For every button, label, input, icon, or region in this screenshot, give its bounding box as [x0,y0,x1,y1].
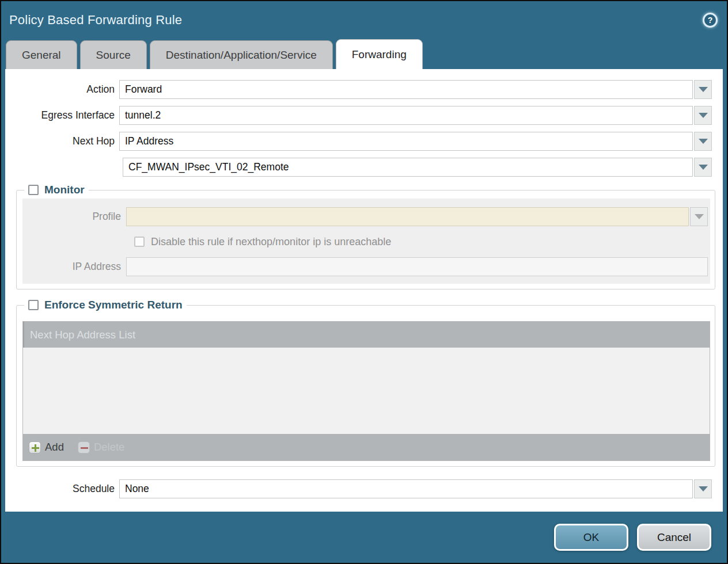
egress-interface-dropdown-button[interactable] [694,106,712,125]
monitor-checkbox[interactable] [28,185,39,195]
disable-rule-label: Disable this rule if nexthop/monitor ip … [151,236,391,248]
monitor-profile-dropdown-button [690,207,708,226]
dialog-title: Policy Based Forwarding Rule [9,13,182,28]
action-value[interactable]: Forward [119,80,693,99]
next-hop-address-value[interactable]: CF_MWAN_IPsec_VTI_02_Remote [123,158,693,177]
next-hop-address-dropdown-button[interactable] [694,158,712,177]
monitor-ip-address-row: IP Address [22,257,710,276]
next-hop-type-dropdown[interactable]: IP Address [119,132,712,151]
enforce-symmetric-return-legend-label: Enforce Symmetric Return [44,299,183,311]
egress-interface-value[interactable]: tunnel.2 [119,106,693,125]
enforce-symmetric-return-section: Enforce Symmetric Return Next Hop Addres… [16,299,715,467]
next-hop-address-table-toolbar: Add Delete [23,434,710,460]
egress-interface-label: Egress Interface [5,109,119,121]
tab-bar: General Source Destination/Application/S… [1,39,727,69]
action-dropdown[interactable]: Forward [119,80,712,99]
add-button[interactable]: Add [29,441,64,454]
next-hop-address-row: CF_MWAN_IPsec_VTI_02_Remote [5,158,723,177]
next-hop-address-table: Next Hop Address List Add Delete [22,321,710,461]
forwarding-tab-panel: Action Forward Egress Interface tunnel.2… [5,69,723,512]
delete-button-label: Delete [94,441,124,454]
monitor-panel: Profile Disable this rule if nexthop/mon… [22,199,710,284]
monitor-ip-address-label: IP Address [22,261,126,273]
monitor-disable-rule-group: Disable this rule if nexthop/monitor ip … [134,234,391,249]
monitor-legend: Monitor [24,184,89,196]
enforce-symmetric-return-checkbox[interactable] [28,300,39,310]
monitor-profile-label: Profile [22,211,126,223]
tab-destination-application-service[interactable]: Destination/Application/Service [150,40,333,69]
schedule-row: Schedule None [5,479,723,498]
schedule-label: Schedule [5,483,119,495]
action-row: Action Forward [5,80,723,99]
monitor-disable-rule-row: Disable this rule if nexthop/monitor ip … [22,234,710,249]
disable-rule-checkbox [134,237,145,247]
next-hop-address-dropdown[interactable]: CF_MWAN_IPsec_VTI_02_Remote [123,158,712,177]
egress-interface-dropdown[interactable]: tunnel.2 [119,106,712,125]
chevron-down-icon [699,113,708,118]
chevron-down-icon [699,165,708,170]
next-hop-label: Next Hop [5,135,119,147]
next-hop-type-value[interactable]: IP Address [119,132,693,151]
tab-source[interactable]: Source [80,40,147,69]
cancel-button[interactable]: Cancel [637,524,711,551]
monitor-ip-address-input [126,257,708,276]
tab-forwarding[interactable]: Forwarding [336,39,423,69]
policy-based-forwarding-dialog: Policy Based Forwarding Rule ? General S… [0,0,728,564]
chevron-down-icon [699,486,708,491]
add-button-label: Add [45,441,64,454]
dialog-footer: OK Cancel [1,512,727,563]
schedule-dropdown[interactable]: None [119,479,712,498]
monitor-section: Monitor Profile Disable this rule if [16,184,715,289]
monitor-profile-dropdown [126,207,708,226]
schedule-value[interactable]: None [119,479,693,498]
next-hop-address-table-header: Next Hop Address List [23,322,710,348]
ok-button[interactable]: OK [554,524,628,551]
enforce-symmetric-return-legend: Enforce Symmetric Return [24,299,187,311]
next-hop-type-dropdown-button[interactable] [694,132,712,151]
chevron-down-icon [695,214,704,219]
action-dropdown-button[interactable] [694,80,712,99]
tab-general[interactable]: General [6,40,77,69]
schedule-dropdown-button[interactable] [694,479,712,498]
monitor-profile-value [126,207,689,226]
monitor-legend-label: Monitor [44,184,85,196]
minus-icon [78,441,90,454]
delete-button: Delete [78,441,124,454]
chevron-down-icon [699,139,708,144]
egress-interface-row: Egress Interface tunnel.2 [5,106,723,125]
plus-icon [29,441,41,454]
help-icon[interactable]: ? [703,13,718,28]
monitor-profile-row: Profile [22,207,710,226]
action-label: Action [5,83,119,96]
chevron-down-icon [699,87,708,92]
next-hop-row: Next Hop IP Address [5,132,723,151]
next-hop-address-table-body[interactable] [23,348,710,434]
title-bar: Policy Based Forwarding Rule ? [1,1,727,39]
